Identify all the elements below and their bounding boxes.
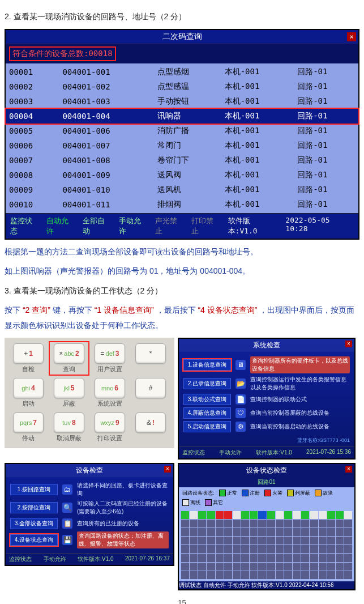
grid-cell[interactable] (310, 563, 318, 571)
grid-cell[interactable] (327, 520, 335, 528)
grid-cell[interactable] (293, 511, 301, 519)
grid-cell[interactable] (198, 571, 206, 579)
grid-cell[interactable] (267, 537, 275, 545)
grid-cell[interactable] (293, 528, 301, 536)
grid-cell[interactable] (258, 545, 266, 553)
grid-cell[interactable] (233, 571, 241, 579)
grid-cell[interactable] (190, 520, 198, 528)
grid-cell[interactable] (284, 520, 292, 528)
grid-cell[interactable] (276, 563, 284, 571)
grid-cell[interactable] (284, 554, 292, 562)
grid-cell[interactable] (241, 537, 249, 545)
grid-cell[interactable] (233, 520, 241, 528)
grid-cell[interactable] (250, 520, 258, 528)
grid-cell[interactable] (293, 537, 301, 545)
grid-cell[interactable] (233, 511, 241, 519)
close-icon[interactable]: × (347, 32, 356, 41)
grid-cell[interactable] (293, 571, 301, 579)
grid-cell[interactable] (181, 537, 189, 545)
grid-cell[interactable] (224, 511, 232, 519)
grid-cell[interactable] (276, 537, 284, 545)
grid-cell[interactable] (258, 511, 266, 519)
close-icon[interactable]: × (345, 466, 352, 473)
table-row[interactable]: 00006004001-007常闭门本机-001回路-01 (6, 138, 358, 153)
grid-cell[interactable] (181, 520, 189, 528)
grid-cell[interactable] (207, 563, 215, 571)
keypad-key[interactable]: # (132, 378, 169, 408)
keypad-key[interactable]: pqrs7停动 (10, 412, 46, 443)
grid-cell[interactable] (190, 511, 198, 519)
grid-cell[interactable] (336, 511, 344, 519)
grid-cell[interactable] (216, 520, 224, 528)
menu-item[interactable]: 3.联动公式查询📄查询控制器的联动公式 (183, 394, 350, 405)
grid-cell[interactable] (241, 520, 249, 528)
grid-cell[interactable] (284, 563, 292, 571)
grid-cell[interactable] (190, 571, 198, 579)
grid-cell[interactable] (327, 537, 335, 545)
grid-cell[interactable] (224, 571, 232, 579)
grid-cell[interactable] (224, 554, 232, 562)
menu-item[interactable]: 4.屏蔽信息查询🛡查询当前控制器屏蔽的总线设备 (183, 407, 350, 419)
grid-cell[interactable] (198, 554, 206, 562)
grid-cell[interactable] (293, 520, 301, 528)
grid-cell[interactable] (216, 571, 224, 579)
grid-cell[interactable] (327, 571, 335, 579)
grid-cell[interactable] (301, 554, 309, 562)
grid-cell[interactable] (198, 528, 206, 536)
grid-cell[interactable] (216, 528, 224, 536)
grid-cell[interactable] (207, 528, 215, 536)
grid-cell[interactable] (336, 545, 344, 553)
grid-cell[interactable] (207, 511, 215, 519)
table-row[interactable]: 00001004001-001点型感烟本机-001回路-01 (6, 65, 358, 79)
grid-cell[interactable] (267, 554, 275, 562)
grid-cell[interactable] (233, 545, 241, 553)
table-row[interactable]: 00007004001-008卷帘门下本机-001回路-01 (6, 153, 358, 168)
grid-cell[interactable] (327, 511, 335, 519)
grid-cell[interactable] (344, 520, 352, 528)
grid-cell[interactable] (301, 571, 309, 579)
grid-cell[interactable] (293, 554, 301, 562)
grid-cell[interactable] (344, 545, 352, 553)
grid-cell[interactable] (198, 563, 206, 571)
grid-cell[interactable] (190, 537, 198, 545)
grid-cell[interactable] (258, 554, 266, 562)
grid-cell[interactable] (293, 563, 301, 571)
grid-cell[interactable] (267, 528, 275, 536)
grid-cell[interactable] (190, 545, 198, 553)
grid-cell[interactable] (258, 563, 266, 571)
grid-cell[interactable] (258, 537, 266, 545)
grid-cell[interactable] (216, 545, 224, 553)
grid-cell[interactable] (301, 520, 309, 528)
grid-cell[interactable] (344, 554, 352, 562)
grid-cell[interactable] (224, 520, 232, 528)
grid-cell[interactable] (241, 528, 249, 536)
grid-cell[interactable] (250, 545, 258, 553)
grid-cell[interactable] (336, 528, 344, 536)
keypad-key[interactable]: wxyz9打印设置 (92, 412, 128, 443)
grid-cell[interactable] (224, 563, 232, 571)
keypad-key[interactable]: &! (132, 412, 169, 443)
grid-cell[interactable] (190, 563, 198, 571)
table-row[interactable]: 00003004001-003手动按钮本机-001回路-01 (6, 94, 358, 109)
grid-cell[interactable] (319, 528, 327, 536)
grid-cell[interactable] (181, 545, 189, 553)
grid-cell[interactable] (301, 528, 309, 536)
grid-cell[interactable] (284, 537, 292, 545)
grid-cell[interactable] (310, 554, 318, 562)
grid-cell[interactable] (224, 545, 232, 553)
table-row[interactable]: 00005004001-006消防广播本机-001回路-01 (6, 124, 358, 138)
grid-cell[interactable] (301, 563, 309, 571)
grid-cell[interactable] (327, 528, 335, 536)
table-row[interactable]: 00010004001-011排烟阀本机-001回路-01 (6, 197, 358, 212)
grid-cell[interactable] (319, 520, 327, 528)
keypad-key[interactable]: ghi4启动 (10, 378, 46, 408)
grid-cell[interactable] (319, 571, 327, 579)
grid-cell[interactable] (207, 545, 215, 553)
grid-cell[interactable] (250, 511, 258, 519)
grid-cell[interactable] (276, 520, 284, 528)
grid-cell[interactable] (216, 554, 224, 562)
grid-cell[interactable] (310, 545, 318, 553)
grid-cell[interactable] (344, 528, 352, 536)
menu-item[interactable]: 5.启动信息查询⚙查询当前控制器启动的总线设备 (183, 421, 350, 432)
grid-cell[interactable] (276, 554, 284, 562)
